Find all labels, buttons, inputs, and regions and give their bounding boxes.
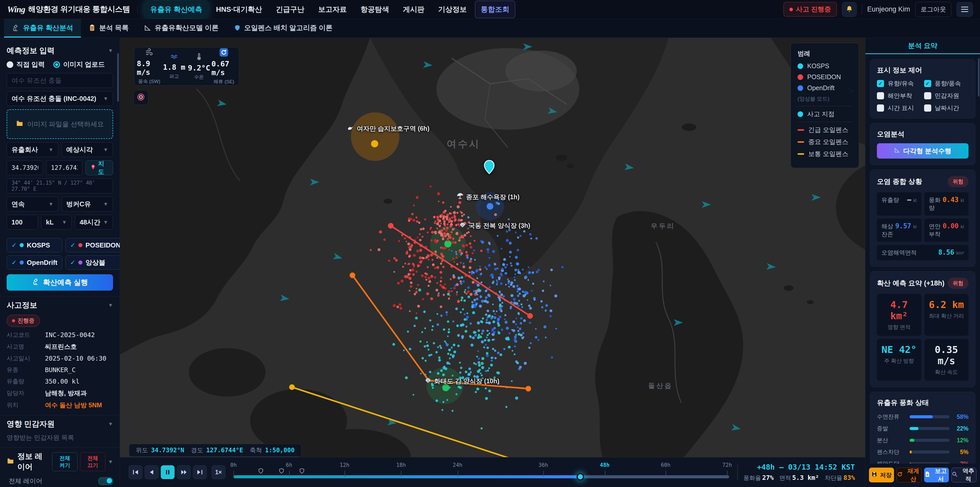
nav-item-5[interactable]: 항공탐색 bbox=[355, 1, 395, 18]
legend-incident-item: 사고 지점 bbox=[797, 110, 852, 118]
app-root: Wing 해양환경 위기대응 통합시스템 유출유 확산예측HNS·대기확산긴급구… bbox=[0, 0, 980, 487]
incident-name-input[interactable] bbox=[6, 73, 113, 88]
current-icon bbox=[219, 48, 228, 58]
pick-on-map-button[interactable]: 지도 bbox=[86, 160, 113, 175]
polygon-analysis-button[interactable]: 다각형 분석수행 bbox=[877, 143, 969, 158]
weather-summary-card: 8.9 m/s풍속 (SW)1.8 m파고9.2°C수온0.67 m/s해류 (… bbox=[134, 47, 239, 86]
analysis-summary-tab[interactable]: 분석 요약 bbox=[865, 38, 980, 54]
tab-4[interactable]: 오일펜스 배치 알고리즘 이론 bbox=[226, 19, 340, 38]
model-chip-KOSPS[interactable]: ✓KOSPS bbox=[6, 238, 62, 252]
incident-section-title: 사고정보▼ bbox=[6, 300, 113, 311]
notifications-button[interactable] bbox=[842, 2, 857, 17]
model-chip-OpenDrift[interactable]: ✓OpenDrift bbox=[6, 255, 62, 270]
forecast-stat: 6.2 km최대 확산 거리 bbox=[924, 294, 969, 336]
action-보고서-button[interactable]: 보고서 bbox=[924, 468, 949, 482]
checkbox-icon[interactable] bbox=[877, 104, 884, 112]
latitude-input[interactable] bbox=[6, 160, 43, 175]
sidebar-scrollbar[interactable] bbox=[117, 53, 119, 102]
nav-item-4[interactable]: 보고자료 bbox=[313, 1, 352, 18]
tab-3[interactable]: 유출유확산모델 이론 bbox=[136, 19, 226, 38]
checkbox-icon[interactable] bbox=[924, 92, 931, 99]
duration-select[interactable]: 48시간▼ bbox=[75, 215, 113, 230]
nav-item-6[interactable]: 게시판 bbox=[397, 1, 430, 18]
timeline-time-display: +48h — 03/13 14:52 KST bbox=[757, 463, 855, 471]
tab-label: 유출유 확산분석 bbox=[23, 23, 73, 32]
model-color-dot bbox=[20, 243, 24, 247]
display-check-시간 표시[interactable]: 시간 표시 bbox=[877, 104, 921, 112]
skip-end-button[interactable] bbox=[193, 465, 207, 479]
radio-image-upload[interactable]: 이미지 업로드 bbox=[53, 60, 105, 69]
master-layer-toggle[interactable] bbox=[98, 477, 113, 485]
layers-all-on-button[interactable]: 전체 켜기 bbox=[52, 452, 77, 471]
tab-2[interactable]: 분석 목록 bbox=[81, 19, 137, 38]
radio-icon bbox=[6, 61, 13, 68]
timeline-tick-36h: 36h bbox=[538, 462, 548, 468]
nav-item-3[interactable]: 긴급구난 bbox=[270, 1, 310, 18]
timeline-playhead[interactable] bbox=[576, 473, 584, 481]
incident-row: 사고코드INC-2025-0042 bbox=[6, 331, 113, 339]
nav-item-2[interactable]: HNS·대기확산 bbox=[210, 1, 267, 18]
map-canvas[interactable]: 여수시우두리돌산읍 여자만 습지보호구역 (6h)종포 해수욕장 (1h)국동 … bbox=[120, 38, 865, 457]
display-check-해안부착[interactable]: 해안부착 bbox=[877, 92, 921, 100]
model-chip-앙상블[interactable]: ✓앙상블 bbox=[65, 255, 120, 270]
checkbox-icon[interactable]: ✓ bbox=[924, 80, 931, 87]
top-navbar: Wing 해양환경 위기대응 통합시스템 유출유 확산예측HNS·대기확산긴급구… bbox=[0, 0, 980, 19]
nav-item-7[interactable]: 기상정보 bbox=[433, 1, 473, 18]
run-forecast-button[interactable]: 확산예측 실행 bbox=[6, 274, 113, 291]
checkbox-icon[interactable] bbox=[924, 104, 931, 112]
spill-mode-select[interactable]: 연속▼ bbox=[6, 196, 59, 211]
model-chip-POSEIDON[interactable]: ✓POSEIDON bbox=[65, 238, 120, 252]
incident-select[interactable]: 여수 유조선 충돌 (INC-0042)▼ bbox=[6, 91, 113, 106]
timeline-tick-line bbox=[666, 471, 666, 477]
timeline-tick-6h: 6h bbox=[286, 462, 292, 468]
logout-button[interactable]: 로그아웃 bbox=[915, 2, 951, 17]
display-check-날짜시간[interactable]: 날짜시간 bbox=[924, 104, 969, 112]
checkbox-icon[interactable] bbox=[877, 92, 884, 99]
nav-item-1[interactable]: 유출유 확산예측 bbox=[145, 1, 208, 18]
incident-row-label: 유출량 bbox=[6, 377, 45, 385]
timeline-tick-line bbox=[727, 471, 728, 477]
action-역추적-button[interactable]: 역추적 bbox=[951, 468, 977, 482]
incident-location-pin[interactable] bbox=[484, 160, 495, 176]
nav-item-8[interactable]: 통합조회 bbox=[475, 1, 515, 18]
expected-time-select[interactable]: 예상시각▼ bbox=[62, 142, 113, 157]
speed-button[interactable]: 1× bbox=[212, 465, 225, 479]
image-upload-dropzone[interactable]: 이미지 파일을 선택하세요 bbox=[6, 109, 113, 139]
layers-section-header: 정보 레이어 전체 켜기 전체 끄기 ▼ bbox=[6, 451, 113, 472]
unit-select[interactable]: kL▼ bbox=[41, 215, 72, 230]
display-check-민감자원[interactable]: 민감자원 bbox=[924, 92, 969, 100]
action-저장-button[interactable]: 저장 bbox=[869, 468, 894, 482]
pause-button[interactable] bbox=[161, 465, 175, 479]
status-dot-icon bbox=[789, 8, 793, 11]
weather-metric-wind: 8.9 m/s풍속 (SW) bbox=[137, 48, 162, 85]
action-재계산-button[interactable]: 재계산 bbox=[897, 468, 921, 482]
checkbox-icon[interactable]: ✓ bbox=[877, 80, 884, 87]
layers-all-off-button[interactable]: 전체 끄기 bbox=[80, 452, 105, 471]
display-check-풍향/풍속[interactable]: ✓풍향/풍속 bbox=[924, 80, 969, 88]
status-cell-해상잔존: 해상잔존9.57kl bbox=[877, 219, 921, 242]
radio-direct-input[interactable]: 직접 입력 bbox=[6, 60, 45, 69]
timeline-track[interactable] bbox=[234, 475, 729, 478]
menu-button[interactable] bbox=[956, 2, 973, 17]
longitude-input[interactable] bbox=[46, 160, 83, 175]
weather-value: 9.2°C bbox=[188, 64, 210, 72]
forecast-stat: NE 42°주 확산 방향 bbox=[877, 339, 921, 381]
company-select[interactable]: 유출회사▼ bbox=[6, 142, 59, 157]
display-check-유향/유속[interactable]: ✓유향/유속 bbox=[877, 80, 921, 88]
amount-input[interactable] bbox=[6, 215, 38, 230]
skip-start-button[interactable] bbox=[129, 465, 142, 479]
status-cell-풍화량: 풍화량0.43kl bbox=[924, 192, 969, 216]
panel-scrollbar[interactable] bbox=[978, 58, 980, 97]
recenter-target-button[interactable] bbox=[134, 90, 148, 105]
user-name: Eunjeong Kim bbox=[867, 5, 910, 13]
step-back-button[interactable] bbox=[145, 465, 159, 479]
collapse-caret-icon[interactable]: ▼ bbox=[108, 48, 113, 54]
forecast-stat: 0.35 m/s확산 속도 bbox=[924, 339, 969, 381]
tab-1[interactable]: 유출유 확산분석 bbox=[4, 19, 81, 38]
timeline-slider[interactable]: 0h6h12h18h24h36h48h60h72h bbox=[234, 457, 729, 487]
clipboard-icon bbox=[89, 24, 96, 31]
fast-forward-button[interactable] bbox=[177, 465, 191, 479]
wind-icon bbox=[145, 48, 154, 58]
oil-type-select[interactable]: 벙커C유▼ bbox=[62, 196, 113, 211]
timeline-tick-0h: 0h bbox=[230, 462, 237, 468]
